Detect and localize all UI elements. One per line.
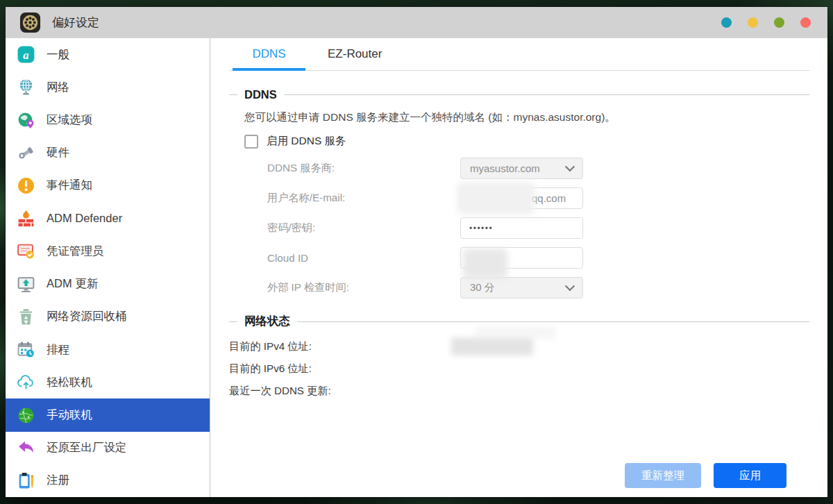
sidebar-item-network[interactable]: 网络 — [6, 71, 210, 103]
sidebar-item-general[interactable]: a 一般 — [6, 38, 210, 71]
sidebar-item-register[interactable]: 注册 — [6, 464, 210, 497]
enable-ddns-checkbox-row[interactable]: 启用 DDNS 服务 — [229, 134, 809, 149]
password-masked-value: •••••• — [469, 224, 493, 233]
undo-arrow-icon — [16, 438, 35, 457]
ddns-section-legend: DDNS — [229, 88, 809, 101]
sidebar-item-label: 还原至出厂设定 — [47, 440, 127, 455]
window-control-dot-red[interactable] — [800, 17, 811, 28]
sidebar-item-label: 区域选项 — [47, 112, 92, 128]
certificate-icon — [16, 242, 35, 261]
sidebar-item-label: ADM Defender — [47, 212, 122, 225]
sidebar-item-label: 手动联机 — [47, 408, 92, 423]
sidebar-item-network-recycle-bin[interactable]: 网络资源回收桶 — [6, 301, 210, 333]
alert-icon — [16, 176, 35, 195]
firewall-icon — [16, 209, 35, 228]
legend-line — [297, 321, 809, 322]
sidebar-item-factory-reset[interactable]: 还原至出厂设定 — [6, 432, 210, 464]
ip-check-interval-select[interactable]: 30 分 — [460, 277, 583, 299]
window-control-dot-green[interactable] — [774, 17, 784, 28]
sidebar-item-hardware[interactable]: 硬件 — [6, 137, 210, 169]
username-redaction-blur — [457, 182, 535, 215]
username-input[interactable]: qq.com — [460, 187, 583, 209]
title-bar: 偏好设定 — [6, 7, 827, 38]
username-label: 用户名称/E-mail: — [229, 191, 460, 205]
sidebar-item-certificate-manager[interactable]: 凭证管理员 — [6, 235, 210, 267]
ipv4-redaction-blur — [451, 337, 533, 355]
sidebar-item-label: 一般 — [47, 47, 69, 62]
cloud-upload-icon — [16, 373, 35, 392]
sidebar-item-regional-options[interactable]: 区域选项 — [6, 103, 210, 136]
window-controls — [721, 17, 811, 28]
ddns-provider-value: myasustor.com — [470, 162, 540, 174]
cloud-id-label: Cloud ID — [229, 252, 460, 264]
ipv4-status-row: 目前的 IPv4 位址: — [229, 337, 809, 355]
footer-actions: 重新整理 应用 — [625, 463, 786, 488]
ip-check-interval-label: 外部 IP 检查时间: — [229, 280, 460, 295]
hardware-wrench-icon — [16, 143, 35, 162]
ddns-section-title: DDNS — [242, 88, 279, 101]
password-label: 密码/密钥: — [229, 221, 460, 235]
sidebar-item-label: 事件通知 — [47, 178, 92, 193]
sidebar-item-schedule[interactable]: 排程 — [6, 333, 210, 366]
calendar-clock-icon — [16, 340, 35, 360]
ddns-provider-label: DDNS 服务商: — [229, 161, 460, 176]
sidebar-item-label: ADM 更新 — [47, 276, 98, 292]
cloud-id-redaction-blur — [463, 249, 507, 278]
main-panel: DDNS EZ-Router DDNS 您可以通过申请 DDNS 服务来建立一个… — [210, 38, 827, 497]
apply-button[interactable]: 应用 — [714, 463, 786, 488]
ipv6-status-row: 目前的 IPv6 位址: — [229, 360, 809, 378]
sidebar-item-label: 排程 — [47, 342, 69, 358]
ddns-provider-select[interactable]: myasustor.com — [460, 158, 583, 179]
ip-check-interval-value: 30 分 — [470, 281, 495, 294]
cloud-id-row: Cloud ID — [229, 247, 809, 269]
cloud-id-input[interactable] — [460, 247, 583, 269]
register-clipboard-icon — [16, 471, 35, 490]
ip-check-interval-row: 外部 IP 检查时间: 30 分 — [229, 277, 809, 299]
sidebar-item-adm-defender[interactable]: ADM Defender — [6, 202, 210, 235]
sidebar-item-label: 网络 — [47, 80, 69, 95]
window-control-dot-teal[interactable] — [721, 17, 732, 28]
network-globe-icon — [16, 78, 35, 97]
last-ddns-update-row: 最近一次 DDNS 更新: — [229, 383, 809, 400]
window-title: 偏好设定 — [52, 15, 99, 31]
password-row: 密码/密钥: •••••• — [229, 217, 809, 239]
preferences-window: 偏好设定 a 一般 网络 — [6, 7, 827, 497]
sidebar-item-adm-update[interactable]: ADM 更新 — [6, 268, 210, 301]
sidebar-item-notifications[interactable]: 事件通知 — [6, 169, 210, 202]
recycle-bin-icon — [16, 307, 35, 326]
last-ddns-update-label: 最近一次 DDNS 更新: — [229, 384, 451, 398]
ipv6-label: 目前的 IPv6 位址: — [229, 362, 451, 376]
chevron-down-icon — [565, 281, 575, 291]
username-row: 用户名称/E-mail: qq.com — [229, 187, 809, 209]
chevron-down-icon — [565, 162, 575, 171]
region-pin-icon — [16, 110, 35, 130]
tab-ez-router[interactable]: EZ-Router — [311, 38, 398, 70]
window-control-dot-yellow[interactable] — [748, 17, 758, 28]
ddns-description: 您可以通过申请 DDNS 服务来建立一个独特的域名 (如：mynas.asust… — [229, 110, 809, 125]
sidebar-item-manual-connect[interactable]: 手动联机 — [6, 398, 210, 431]
sidebar-item-ez-connect[interactable]: 轻松联机 — [6, 366, 210, 398]
sidebar-item-label: 轻松联机 — [47, 375, 92, 390]
sidebar-item-label: 网络资源回收桶 — [47, 309, 127, 324]
monitor-update-icon — [16, 274, 35, 294]
password-input[interactable]: •••••• — [460, 217, 583, 239]
sidebar-item-label: 注册 — [47, 473, 69, 488]
ddns-provider-row: DDNS 服务商: myasustor.com — [229, 158, 809, 179]
sidebar-item-label: 凭证管理员 — [47, 244, 104, 259]
asustor-a-icon: a — [16, 45, 35, 65]
enable-ddns-checkbox[interactable] — [244, 135, 258, 149]
preferences-app-icon — [19, 12, 41, 33]
ipv4-label: 目前的 IPv4 位址: — [229, 339, 451, 354]
refresh-button[interactable]: 重新整理 — [625, 463, 701, 488]
legend-dash — [229, 321, 237, 322]
tab-bar: DDNS EZ-Router — [229, 38, 809, 71]
tab-ddns[interactable]: DDNS — [233, 38, 305, 70]
settings-sidebar: a 一般 网络 区域选项 硬件 — [6, 38, 210, 497]
enable-ddns-label: 启用 DDNS 服务 — [267, 134, 346, 149]
legend-line — [284, 94, 809, 95]
manual-connect-globe-icon — [16, 405, 35, 425]
svg-text:a: a — [23, 49, 28, 62]
network-status-title: 网络状态 — [242, 314, 292, 329]
sidebar-item-label: 硬件 — [47, 145, 69, 160]
tab-ddns-label: DDNS — [252, 47, 285, 61]
